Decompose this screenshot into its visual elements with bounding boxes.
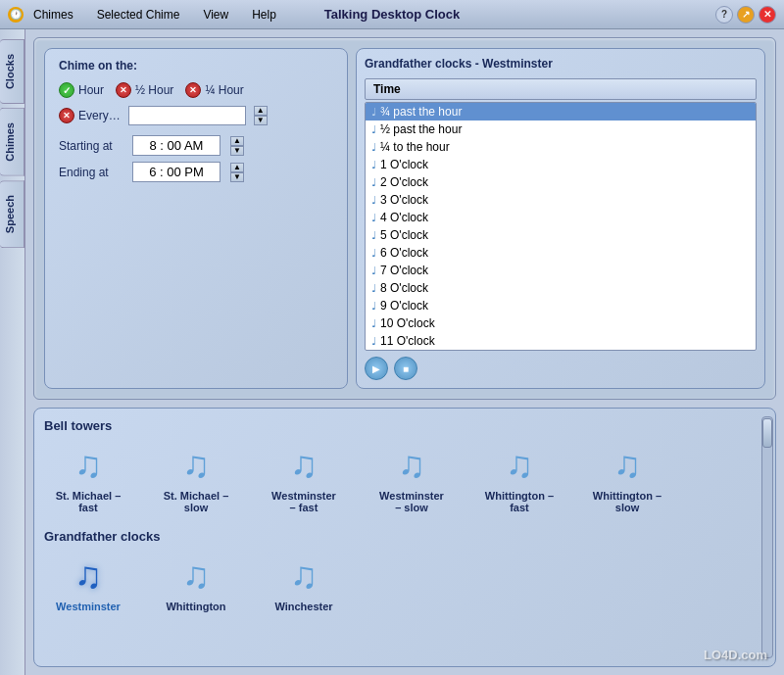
ending-spinner: ▲ ▼ <box>230 163 244 182</box>
title-bar: 🕐 Chimes Selected Chime View Help Talkin… <box>0 0 784 29</box>
every-row: ✕ Every… ▲ ▼ <box>59 106 333 125</box>
time-list-item[interactable]: ♩ 6 O'clock <box>366 244 756 262</box>
bell-tower-item[interactable]: ♫ Westminster– slow <box>368 443 456 513</box>
close-button[interactable]: ✕ <box>759 6 776 24</box>
chime-name: Whittington –slow <box>593 490 662 513</box>
time-list-item[interactable]: ♩ 10 O'clock <box>366 314 756 332</box>
ending-row: Ending at 6 : 00 PM ▲ ▼ <box>59 162 333 182</box>
player-controls: ▶ ■ <box>365 357 757 380</box>
menu-selected-chime[interactable]: Selected Chime <box>93 6 184 24</box>
sidebar-tab-chimes[interactable]: Chimes <box>0 108 24 176</box>
grandfather-clocks-grid: ♫ Westminster ♫ Whittington ♫ Winchester <box>44 554 765 612</box>
music-icon: ♫ <box>182 444 211 486</box>
every-spinner: ▲ ▼ <box>254 106 268 125</box>
chime-quarter-option[interactable]: ✕ ¼ Hour <box>185 82 243 98</box>
sidebar-tabs: Clocks Chimes Speech <box>0 29 25 675</box>
bell-towers-title: Bell towers <box>44 418 765 433</box>
music-icon: ♫ <box>74 444 103 486</box>
ending-spin-down[interactable]: ▼ <box>230 172 244 182</box>
bell-tower-item[interactable]: ♫ Whittington –slow <box>583 443 671 513</box>
bell-tower-item[interactable]: ♫ Westminster– fast <box>260 443 348 513</box>
note-icon: ♩ <box>371 176 376 189</box>
menu-bar: Chimes Selected Chime View Help <box>29 6 280 24</box>
window-controls: ? ↗ ✕ <box>715 6 776 24</box>
chime-name: St. Michael –fast <box>56 490 122 513</box>
time-list-item[interactable]: ♩ 11 O'clock <box>366 332 756 350</box>
ext-button[interactable]: ↗ <box>737 6 755 24</box>
music-icon-wrap: ♫ <box>67 443 110 486</box>
time-list-item[interactable]: ♩ ¼ to the hour <box>366 138 756 156</box>
time-column-header: Time <box>365 78 757 100</box>
sidebar-tab-clocks[interactable]: Clocks <box>0 39 24 104</box>
ending-label: Ending at <box>59 166 122 179</box>
hour-label: Hour <box>78 83 104 97</box>
top-panel: Chime on the: ✓ Hour ✕ ½ Hour ✕ ¼ Hour <box>33 37 776 400</box>
time-list-item[interactable]: ♩ 2 O'clock <box>366 173 756 191</box>
every-option[interactable]: ✕ Every… <box>59 108 121 123</box>
quarter-label: ¼ Hour <box>205 83 243 97</box>
bell-tower-item[interactable]: ♫ St. Michael –fast <box>44 443 132 513</box>
music-icon-wrap: ♫ <box>282 554 325 597</box>
ending-spin-up[interactable]: ▲ <box>230 163 244 172</box>
chime-hour-option[interactable]: ✓ Hour <box>59 82 104 98</box>
note-icon: ♩ <box>371 141 376 154</box>
clock-panel: Grandfather clocks - Westminster Time ♩ … <box>356 48 765 389</box>
note-icon: ♩ <box>371 335 376 348</box>
every-spin-up[interactable]: ▲ <box>254 106 268 116</box>
music-icon-wrap: ♫ <box>606 443 649 486</box>
window-title: Talking Desktop Clock <box>324 7 460 22</box>
note-icon: ♩ <box>371 106 376 119</box>
music-icon-wrap: ♫ <box>498 443 541 486</box>
time-list-item[interactable]: ♩ ½ past the hour <box>366 121 756 138</box>
bottom-scrollbar[interactable] <box>761 416 773 658</box>
play-button[interactable]: ▶ <box>365 357 388 380</box>
every-label: Every… <box>78 109 121 122</box>
clock-panel-title: Grandfather clocks - Westminster <box>365 57 757 71</box>
starting-row: Starting at 8 : 00 AM ▲ ▼ <box>59 135 333 156</box>
main-container: Clocks Chimes Speech Chime on the: ✓ Hou… <box>0 29 784 675</box>
note-icon: ♩ <box>371 194 376 207</box>
bell-tower-item[interactable]: ♫ Whittington –fast <box>475 443 564 513</box>
time-list-item[interactable]: ♩ 1 O'clock <box>366 156 756 173</box>
music-icon-wrap: ♫ <box>67 554 110 597</box>
sidebar-tab-speech[interactable]: Speech <box>0 180 24 248</box>
music-icon: ♫ <box>506 444 534 486</box>
note-icon: ♩ <box>371 317 376 330</box>
chime-title: Chime on the: <box>59 59 333 72</box>
bell-tower-item[interactable]: ♫ St. Michael –slow <box>152 443 240 513</box>
time-list-item[interactable]: ♩ 7 O'clock <box>366 262 756 279</box>
chime-name: Whittington <box>166 601 225 612</box>
every-input[interactable] <box>128 106 246 125</box>
note-icon: ♩ <box>371 229 376 242</box>
chime-settings: Chime on the: ✓ Hour ✕ ½ Hour ✕ ¼ Hour <box>44 48 348 389</box>
chime-name: St. Michael –slow <box>164 490 229 513</box>
time-list-item[interactable]: ♩ 3 O'clock <box>366 191 756 209</box>
music-icon-wrap: ♫ <box>390 443 433 486</box>
app-icon: 🕐 <box>8 7 24 23</box>
chime-half-option[interactable]: ✕ ½ Hour <box>116 82 173 98</box>
time-list[interactable]: ♩ ¾ past the hour♩ ½ past the hour♩ ¼ to… <box>365 102 757 351</box>
time-list-item[interactable]: ♩ 9 O'clock <box>366 297 756 314</box>
starting-spin-down[interactable]: ▼ <box>230 146 244 156</box>
stop-button[interactable]: ■ <box>394 357 417 380</box>
help-button[interactable]: ? <box>715 6 733 24</box>
menu-view[interactable]: View <box>199 6 232 24</box>
starting-spin-up[interactable]: ▲ <box>230 136 244 146</box>
music-icon-wrap: ♫ <box>282 443 325 486</box>
every-spin-down[interactable]: ▼ <box>254 116 268 125</box>
note-icon: ♩ <box>371 265 376 277</box>
grandfather-clock-item[interactable]: ♫ Whittington <box>152 554 240 612</box>
music-icon: ♫ <box>398 444 426 486</box>
note-icon: ♩ <box>371 247 376 260</box>
music-icon: ♫ <box>613 444 642 486</box>
menu-chimes[interactable]: Chimes <box>29 6 77 24</box>
time-list-item[interactable]: ♩ 5 O'clock <box>366 226 756 244</box>
grandfather-clock-item[interactable]: ♫ Winchester <box>260 554 348 612</box>
grandfather-clock-item[interactable]: ♫ Westminster <box>44 554 132 612</box>
time-list-item[interactable]: ♩ ¾ past the hour <box>366 103 756 121</box>
time-list-item[interactable]: ♩ 8 O'clock <box>366 279 756 297</box>
content-area: Chime on the: ✓ Hour ✕ ½ Hour ✕ ¼ Hour <box>25 29 784 675</box>
time-list-item[interactable]: ♩ 4 O'clock <box>366 209 756 226</box>
note-icon: ♩ <box>371 123 376 136</box>
menu-help[interactable]: Help <box>248 6 280 24</box>
